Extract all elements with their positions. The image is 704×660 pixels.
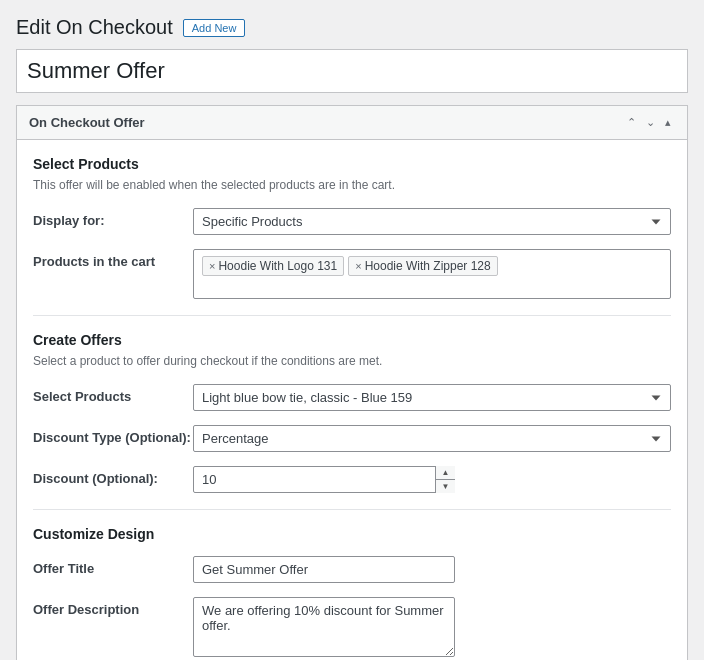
discount-value-wrap: ▲ ▼ (193, 466, 455, 493)
select-products-offer-label: Select Products (33, 384, 193, 404)
offer-description-textarea[interactable]: We are offering 10% discount for Summer … (193, 597, 455, 657)
metabox-body: Select Products This offer will be enabl… (17, 140, 687, 660)
offer-description-row: Offer Description We are offering 10% di… (33, 597, 671, 660)
section-divider-2 (33, 509, 671, 510)
select-products-section-title: Select Products (33, 156, 671, 172)
discount-value-label: Discount (Optional): (33, 466, 193, 486)
offer-title-row: Offer Title (33, 556, 671, 583)
spinner-down-button[interactable]: ▼ (436, 480, 455, 493)
discount-type-label: Discount Type (Optional): (33, 425, 193, 445)
metabox-title: On Checkout Offer (29, 115, 145, 130)
create-offers-section-title: Create Offers (33, 332, 671, 348)
customize-design-section-title: Customize Design (33, 526, 671, 542)
select-products-offer-select[interactable]: Light blue bow tie, classic - Blue 159 (193, 384, 671, 411)
tags-field[interactable]: × Hoodie With Logo 131 × Hoodie With Zip… (193, 249, 671, 299)
metabox-toggle-button[interactable]: ▴ (661, 114, 675, 131)
discount-value-control: ▲ ▼ (193, 466, 671, 493)
spinner-btns: ▲ ▼ (435, 466, 455, 493)
discount-value-row: Discount (Optional): ▲ ▼ (33, 466, 671, 493)
display-for-control: Specific Products All Products Specific … (193, 208, 671, 235)
metabox: On Checkout Offer ⌃ ⌄ ▴ Select Products … (16, 105, 688, 660)
offer-title-control (193, 556, 671, 583)
tag-remove-icon[interactable]: × (355, 260, 361, 272)
page-title: Edit On Checkout (16, 16, 173, 39)
offer-title-input[interactable] (193, 556, 455, 583)
metabox-collapse-up-button[interactable]: ⌃ (623, 114, 640, 131)
select-products-offer-control: Light blue bow tie, classic - Blue 159 (193, 384, 671, 411)
discount-value-input[interactable] (193, 466, 455, 493)
metabox-collapse-down-button[interactable]: ⌄ (642, 114, 659, 131)
display-for-row: Display for: Specific Products All Produ… (33, 208, 671, 235)
products-in-cart-row: Products in the cart × Hoodie With Logo … (33, 249, 671, 299)
tag-hoodie-logo: × Hoodie With Logo 131 (202, 256, 344, 276)
spinner-up-button[interactable]: ▲ (436, 466, 455, 480)
section-divider (33, 315, 671, 316)
discount-type-row: Discount Type (Optional): Percentage Non… (33, 425, 671, 452)
offer-description-control: We are offering 10% discount for Summer … (193, 597, 671, 660)
select-products-section-desc: This offer will be enabled when the sele… (33, 178, 671, 192)
create-offers-section-desc: Select a product to offer during checkou… (33, 354, 671, 368)
page-header: Edit On Checkout Add New (16, 16, 688, 39)
offer-description-label: Offer Description (33, 597, 193, 617)
post-title-input[interactable] (17, 50, 687, 92)
products-in-cart-control: × Hoodie With Logo 131 × Hoodie With Zip… (193, 249, 671, 299)
products-in-cart-label: Products in the cart (33, 249, 193, 269)
metabox-header: On Checkout Offer ⌃ ⌄ ▴ (17, 106, 687, 140)
discount-type-select[interactable]: Percentage None Fixed Amount (193, 425, 671, 452)
metabox-controls: ⌃ ⌄ ▴ (623, 114, 675, 131)
tag-hoodie-zipper: × Hoodie With Zipper 128 (348, 256, 498, 276)
discount-type-control: Percentage None Fixed Amount (193, 425, 671, 452)
offer-title-label: Offer Title (33, 556, 193, 576)
tag-label: Hoodie With Zipper 128 (365, 259, 491, 273)
display-for-select[interactable]: Specific Products All Products Specific … (193, 208, 671, 235)
display-for-label: Display for: (33, 208, 193, 228)
tag-label: Hoodie With Logo 131 (218, 259, 337, 273)
tag-remove-icon[interactable]: × (209, 260, 215, 272)
add-new-button[interactable]: Add New (183, 19, 246, 37)
post-title-wrap (16, 49, 688, 93)
select-products-offer-row: Select Products Light blue bow tie, clas… (33, 384, 671, 411)
